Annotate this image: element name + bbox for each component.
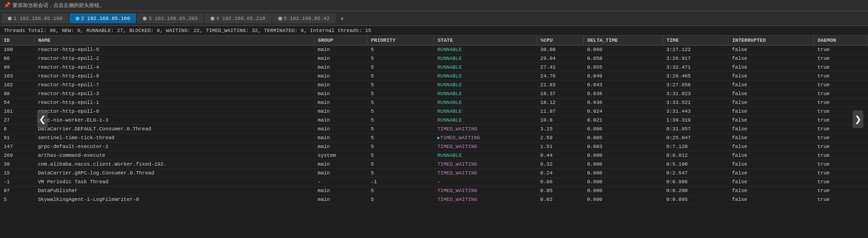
cell-priority: 5 <box>367 81 434 90</box>
cell-delta: 0.036 <box>583 90 662 98</box>
cell-priority: 5 <box>367 195 434 204</box>
table-row[interactable]: 86 reactor-http-epoll-2 main 5 RUNNABLE … <box>0 54 868 63</box>
cell-interrupted: false <box>728 54 814 63</box>
cell-interrupted: false <box>728 107 814 116</box>
cell-name: grpc-nio-worker-ELG-1-3 <box>34 116 314 125</box>
cell-daemon: true <box>814 195 868 204</box>
cell-cpu: 30.08 <box>537 45 584 54</box>
tab-1[interactable]: 1 192.168.65.160 <box>2 13 69 23</box>
add-tab-button[interactable]: + <box>337 13 348 24</box>
cell-name: arthas-command-execute <box>34 151 314 160</box>
table-row[interactable]: 98 reactor-http-epoll-3 main 5 RUNNABLE … <box>0 90 868 98</box>
cell-delta: 0.000 <box>583 151 662 160</box>
state-cell: TIMED_WAITING <box>437 161 477 167</box>
top-bar: 📌 要添加当前会话，点击左侧的箭头按钮。 <box>0 0 868 11</box>
table-row[interactable]: 91 sentinel-time-tick-thread main 5 ▶TIM… <box>0 134 868 142</box>
thread-table: ID NAME GROUP PRIORITY STATE %CPU DELTA_… <box>0 36 868 204</box>
tab-1-dot <box>8 17 12 20</box>
cell-id: -1 <box>0 178 34 187</box>
cell-id: 99 <box>0 63 34 72</box>
cell-group: main <box>314 142 367 151</box>
cell-id: 5 <box>0 195 34 204</box>
cell-state: RUNNABLE <box>434 107 537 116</box>
cell-priority: 5 <box>367 187 434 195</box>
table-row[interactable]: 99 reactor-http-epoll-4 main 5 RUNNABLE … <box>0 63 868 72</box>
cell-cpu: 0.02 <box>537 195 584 204</box>
table-row[interactable]: 97 DataPublisher main 5 TIMED_WAITING 0.… <box>0 187 868 195</box>
table-row[interactable]: 6 DataCarrier.DEFAULT.Consumer.0.Thread … <box>0 125 868 134</box>
cell-priority: 5 <box>367 116 434 125</box>
cell-name: com.alibaba.nacos.client.Worker.fixed-19… <box>34 160 314 169</box>
cell-interrupted: false <box>728 125 814 134</box>
table-row[interactable]: 147 grpc-default-executor-2 main 5 TIMED… <box>0 142 868 151</box>
table-row[interactable]: 100 reactor-http-epoll-5 main 5 RUNNABLE… <box>0 45 868 54</box>
cell-priority: 5 <box>367 72 434 81</box>
cell-time: 0:0.012 <box>662 151 728 160</box>
cell-cpu: 0.32 <box>537 160 584 169</box>
table-row[interactable]: 101 reactor-http-epoll-6 main 5 RUNNABLE… <box>0 107 868 116</box>
cell-id: 101 <box>0 107 34 116</box>
table-row[interactable]: 54 reactor-http-epoll-1 main 5 RUNNABLE … <box>0 98 868 107</box>
cell-group: main <box>314 107 367 116</box>
cell-cpu: 0.44 <box>537 151 584 160</box>
cell-name: sentinel-time-tick-thread <box>34 134 314 142</box>
state-cell: RUNNABLE <box>437 56 462 61</box>
state-cell: TIMED_WAITING <box>437 170 477 176</box>
cell-time: 3:32.471 <box>662 63 728 72</box>
nav-left-button[interactable]: ❮ <box>37 110 48 128</box>
state-cell: TIMED_WAITING <box>437 197 477 202</box>
table-row[interactable]: 15 DataCarrier.gRPC-log.Consumer.0.Threa… <box>0 169 868 178</box>
cell-cpu: 10.8 <box>537 116 584 125</box>
cell-interrupted: false <box>728 81 814 90</box>
cell-delta: 0.024 <box>583 107 662 116</box>
cell-priority: 5 <box>367 125 434 134</box>
table-row[interactable]: 5 SkywalkingAgent-1-LogFileWriter-0 main… <box>0 195 868 204</box>
cell-delta: 0.021 <box>583 116 662 125</box>
table-row[interactable]: 102 reactor-http-epoll-7 main 5 RUNNABLE… <box>0 81 868 90</box>
tab-3[interactable]: 3 192.168.65.203 <box>137 13 204 23</box>
cell-cpu: 24.76 <box>537 72 584 81</box>
table-row[interactable]: 269 arthas-command-execute system 5 RUNN… <box>0 151 868 160</box>
tab-5[interactable]: 5 192.168.65.42 <box>272 13 336 23</box>
table-row[interactable]: 39 com.alibaba.nacos.client.Worker.fixed… <box>0 160 868 169</box>
thread-table-container: ID NAME GROUP PRIORITY STATE %CPU DELTA_… <box>0 36 868 232</box>
cell-time: 0:31.957 <box>662 125 728 134</box>
table-row[interactable]: -1 VM Periodic Task Thread - -1 - 0.06 0… <box>0 178 868 187</box>
cell-name: reactor-http-epoll-4 <box>34 63 314 72</box>
cell-interrupted: false <box>728 142 814 151</box>
cell-name: reactor-http-epoll-7 <box>34 81 314 90</box>
state-cell: RUNNABLE <box>437 73 462 79</box>
cell-time: 0:2.547 <box>662 169 728 178</box>
cell-group: main <box>314 169 367 178</box>
cell-name: DataCarrier.DEFAULT.Consumer.0.Thread <box>34 125 314 134</box>
cell-daemon: true <box>814 98 868 107</box>
table-row[interactable]: 103 reactor-http-epoll-8 main 5 RUNNABLE… <box>0 72 868 81</box>
cell-daemon: true <box>814 160 868 169</box>
cell-daemon: true <box>814 45 868 54</box>
tab-4-label: 4 192.168.65.210 <box>216 16 265 21</box>
state-cell: RUNNABLE <box>437 82 462 88</box>
pin-icon: 📌 <box>4 2 11 9</box>
cell-delta: 0.058 <box>583 54 662 63</box>
table-row[interactable]: 27 grpc-nio-worker-ELG-1-3 main 5 RUNNAB… <box>0 116 868 125</box>
cell-delta: 0.000 <box>583 187 662 195</box>
cell-group: main <box>314 72 367 81</box>
cell-state: TIMED_WAITING <box>434 142 537 151</box>
cell-time: 0:25.047 <box>662 134 728 142</box>
cell-interrupted: false <box>728 63 814 72</box>
cell-interrupted: false <box>728 169 814 178</box>
cell-delta: 0.000 <box>583 178 662 187</box>
tab-2-dot <box>76 17 79 20</box>
cell-group: main <box>314 125 367 134</box>
tab-2[interactable]: 2 192.168.65.160 <box>70 13 136 23</box>
tab-4[interactable]: 4 192.168.65.210 <box>205 13 271 23</box>
cell-name: SkywalkingAgent-1-LogFileWriter-0 <box>34 195 314 204</box>
cell-interrupted: false <box>728 187 814 195</box>
cell-interrupted: false <box>728 98 814 107</box>
cell-priority: 5 <box>367 45 434 54</box>
nav-right-button[interactable]: ❯ <box>853 110 863 128</box>
cell-daemon: true <box>814 134 868 142</box>
tab-5-label: 5 192.168.65.42 <box>284 16 330 21</box>
cell-time: 3:26.917 <box>662 54 728 63</box>
summary-bar: Threads Total: 96, NEW: 0, RUNNABLE: 27,… <box>0 26 868 36</box>
